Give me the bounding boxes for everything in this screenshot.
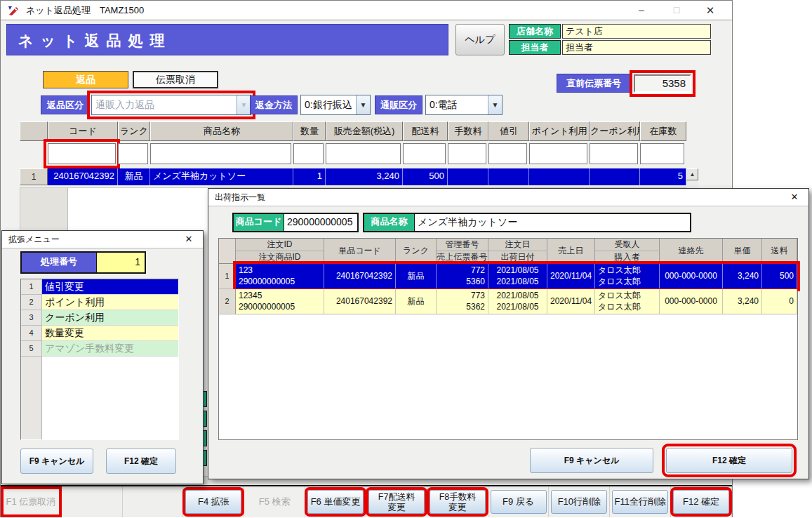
shipping-column-header: 注文ID注文商品ID [236, 239, 324, 263]
shipping-data-cell: 000-000-0000 [660, 264, 723, 288]
grid-column-header: ランク [118, 121, 150, 141]
grid-column-header: 商品名称 [150, 121, 293, 141]
grid-input-cell[interactable] [293, 143, 324, 164]
grid-data-cell[interactable]: 5 [640, 168, 686, 185]
staff-label: 担当者 [509, 40, 561, 55]
confirm-button[interactable]: F12 確定 [106, 449, 176, 474]
close-icon[interactable]: ✕ [698, 1, 722, 20]
grid-data-cell[interactable] [590, 168, 640, 185]
fkey-f8-fee-change[interactable]: F8手数料変更 [430, 490, 486, 514]
fkey-slot-f12-confirm: F12 確定 [671, 486, 732, 517]
grid-input-cell[interactable] [488, 143, 527, 164]
grid-column-header: 数量 [293, 121, 326, 141]
return-type-combo[interactable]: 通販入力返品 ▼ [91, 95, 251, 115]
store-name-label: 店舗名称 [509, 24, 561, 39]
slip-cancel-mode-button[interactable]: 伝票取消 [133, 71, 218, 88]
store-name-value: テスト店 [562, 24, 711, 39]
grid-input-cell[interactable] [118, 143, 148, 164]
grid-column-header: 在庫数 [640, 121, 686, 141]
fkey-slot-f5-search: F5 検索 [244, 486, 305, 517]
staff-value: 担当者 [562, 40, 711, 55]
extension-menu-item[interactable]: 2ポイント利用 [21, 295, 178, 310]
grid-data-cell[interactable] [529, 168, 590, 185]
help-button[interactable]: ヘルプ [455, 24, 505, 55]
grid-input-cell[interactable] [150, 143, 291, 164]
app-icon [7, 4, 20, 17]
extension-item-number: 2 [21, 295, 42, 310]
chevron-down-icon[interactable]: ▼ [488, 95, 502, 114]
extension-menu-item[interactable]: 4数量変更 [21, 326, 178, 341]
shipping-list-table: 注文ID注文商品ID単品コードランク管理番号売上伝票番号注文日出荷日付売上日受取… [218, 238, 798, 440]
shipping-table-row[interactable]: 1123290000000005240167042392新品7725360202… [219, 264, 797, 289]
grid-row-number: 1 [20, 168, 48, 185]
extension-item-label: アマゾン手数料変更 [42, 341, 178, 357]
extension-item-label: ポイント利用 [42, 295, 178, 310]
cancel-button[interactable]: F9 キャンセル [530, 448, 653, 473]
shipping-data-cell: 000-000-0000 [660, 289, 723, 314]
chevron-down-icon[interactable]: ▼ [237, 95, 251, 114]
grid-data-row-1[interactable]: 1240167042392新品メンズ半袖カットソー13,2405005 [20, 168, 686, 185]
shipping-data-cell: 0 [762, 289, 797, 314]
shipping-data-cell: 123290000000005 [236, 264, 324, 288]
fkey-slot-f1-slip-cancel: F1 伝票取消 [1, 486, 62, 517]
fkey-f9-back[interactable]: F9 戻る [491, 490, 547, 514]
grid-input-cell[interactable] [326, 143, 401, 164]
shipping-table-row[interactable]: 212345290000000005240167042392新品77353622… [219, 289, 797, 314]
function-key-bar: F1 伝票取消F4 拡張F5 検索F6 単価変更F7配送料変更F8手数料変更F9… [1, 485, 732, 517]
grid-column-header: 値引 [488, 121, 529, 141]
process-number-field[interactable]: 1 [97, 253, 145, 272]
fkey-f5-search: F5 検索 [259, 496, 291, 508]
minimize-icon[interactable]: – [630, 1, 653, 20]
fkey-f4-extend[interactable]: F4 拡張 [185, 490, 241, 514]
grid-input-cell[interactable] [640, 143, 684, 164]
grid-input-cell[interactable] [403, 143, 446, 164]
grid-column-header: ポイント利用 [529, 121, 590, 141]
page-title: ネット返品処理 [6, 24, 448, 55]
grid-data-cell[interactable] [488, 168, 529, 185]
grid-column-header: 配送料 [403, 121, 448, 141]
shipping-column-header: 単価 [723, 239, 762, 263]
scroll-up-icon[interactable]: ▲ [686, 168, 698, 180]
return-mode-button[interactable]: 返品 [43, 71, 128, 88]
grid-data-cell[interactable]: 新品 [118, 168, 150, 185]
grid-input-cell[interactable] [529, 143, 587, 164]
grid-input-cell[interactable] [448, 143, 486, 164]
grid-data-cell[interactable]: 240167042392 [48, 168, 118, 185]
fkey-f10-row-delete[interactable]: F10行削除 [551, 490, 607, 514]
window-titlebar: ネット返品処理 TAMZ1500 – □ ✕ [1, 1, 732, 20]
refund-method-combo[interactable]: 0:銀行振込 ▼ [300, 95, 371, 115]
confirm-button[interactable]: F12 確定 [666, 448, 792, 473]
shipping-data-cell: 新品 [396, 264, 437, 288]
extension-menu-item: 5アマゾン手数料変更 [21, 341, 178, 357]
refund-method-value: 0:銀行振込 [301, 95, 356, 114]
shipping-data-cell: 3,240 [723, 264, 762, 288]
extension-menu-item[interactable]: 3クーポン利用 [21, 310, 178, 326]
fkey-f11-all-row-delete[interactable]: F11全行削除 [612, 490, 668, 514]
cancel-button[interactable]: F9 キャンセル [20, 449, 93, 474]
fkey-f12-confirm[interactable]: F12 確定 [673, 490, 729, 514]
fkey-slot-f6-unit-price-change: F6 単価変更 [305, 486, 366, 517]
shipping-data-cell: 12345290000000005 [236, 289, 324, 314]
order-channel-combo[interactable]: 0:電話 ▼ [425, 95, 502, 115]
grid-input-cell[interactable] [590, 143, 638, 164]
chevron-down-icon[interactable]: ▼ [356, 95, 370, 114]
fkey-f6-unit-price-change[interactable]: F6 単価変更 [307, 490, 364, 514]
grid-data-cell[interactable] [448, 168, 488, 185]
extension-menu-list: 1値引変更2ポイント利用3クーポン利用4数量変更5アマゾン手数料変更 [20, 279, 179, 440]
grid-data-cell[interactable]: 3,240 [326, 168, 403, 185]
return-type-label: 返品区分 [41, 95, 90, 114]
shipping-data-cell: 3,240 [723, 289, 762, 314]
screen: ネット返品処理 TAMZ1500 – □ ✕ ネット返品処理 ヘルプ 店舗名称 … [0, 0, 812, 518]
fkey-f7-shipping-fee-change[interactable]: F7配送料変更 [368, 490, 425, 514]
order-channel-label: 通販区分 [375, 95, 422, 114]
grid-header-row: コードランク商品名称数量販売金額(税込)配送料手数料値引ポイント利用クーポン利用… [20, 121, 686, 141]
extension-item-number: 3 [21, 310, 42, 326]
grid-data-cell[interactable]: 1 [293, 168, 326, 185]
close-icon[interactable]: ✕ [180, 231, 197, 248]
grid-data-cell[interactable]: 500 [403, 168, 448, 185]
extension-menu-item[interactable]: 1値引変更 [21, 279, 178, 295]
shipping-data-cell: 2021/08/052021/08/05 [488, 289, 547, 314]
grid-data-cell[interactable]: メンズ半袖カットソー [150, 168, 293, 185]
close-icon[interactable]: ✕ [786, 189, 803, 206]
grid-input-cell[interactable] [48, 143, 116, 164]
